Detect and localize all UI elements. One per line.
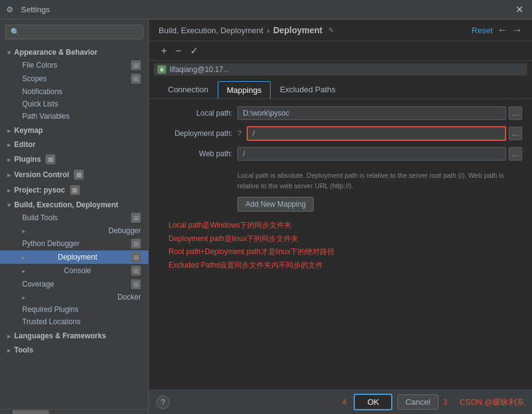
expand-arrow-languages: ▸ (7, 333, 10, 340)
notes-area: Local path是Windows下的同步文件夹 Deployment pat… (159, 212, 522, 279)
required-plugins-label: Required Plugins (22, 305, 78, 314)
sidebar-section-plugins[interactable]: ▸ Plugins ▤ (0, 151, 148, 166)
sidebar-section-vcs[interactable]: ▸ Version Control ▤ (0, 166, 148, 181)
bottom-actions: 4 OK Cancel 3 CSDN @暧昧利东 (343, 394, 525, 410)
deployment-path-input[interactable] (247, 126, 506, 141)
expand-arrow-project: ▸ (7, 187, 10, 194)
local-path-input[interactable] (237, 106, 506, 120)
server-item[interactable]: 🖥 lifaqiang@10.17... (154, 63, 527, 76)
apply-button[interactable]: ✓ (188, 44, 200, 58)
coverage-icon: ▤ (131, 279, 141, 289)
sidebar-item-deployment[interactable]: ▸ Deployment ▤ (0, 250, 148, 264)
build-tools-label: Build Tools (22, 213, 58, 222)
expand-arrow-debugger: ▸ (22, 228, 25, 234)
docker-label: Docker (117, 293, 141, 301)
add-mapping-button[interactable]: Add New Mapping (237, 197, 314, 212)
tab-excluded-paths[interactable]: Excluded Paths (271, 81, 344, 98)
back-button[interactable]: ← (498, 25, 507, 36)
remove-button[interactable]: − (173, 44, 183, 58)
add-button[interactable]: + (159, 44, 169, 58)
sidebar-item-quick-lists[interactable]: Quick Lists (0, 98, 148, 110)
sidebar-item-python-debugger[interactable]: Python Debugger ▤ (0, 237, 148, 250)
sidebar-item-scopes[interactable]: Scopes ▤ (0, 72, 148, 86)
reset-button[interactable]: Reset (472, 26, 493, 35)
breadcrumb-separator: › (267, 26, 269, 35)
sidebar-item-console[interactable]: ▸ Console ▤ (0, 264, 148, 277)
expand-arrow-keymap: ▸ (7, 127, 10, 134)
web-path-browse-button[interactable]: … (509, 147, 522, 161)
sidebar-item-file-colors[interactable]: File Colors ▤ (0, 58, 148, 72)
console-icon: ▤ (131, 266, 141, 276)
deployment-icon: ▤ (131, 252, 141, 262)
sidebar-section-project[interactable]: ▸ Project: pysoc ▤ (0, 181, 148, 197)
sidebar-section-tools[interactable]: ▸ Tools (0, 342, 148, 356)
breadcrumb: Build, Execution, Deployment › Deploymen… (159, 25, 334, 35)
sidebar-item-debugger[interactable]: ▸ Debugger (0, 225, 148, 237)
sidebar-section-build[interactable]: ▾ Build, Execution, Deployment (0, 197, 148, 211)
tab-connection[interactable]: Connection (159, 81, 218, 98)
project-label: Project: pysoc (14, 186, 65, 194)
num-badge-4: 4 (343, 398, 347, 407)
title-bar: ⚙ Settings ✕ (0, 0, 532, 20)
sidebar-section-keymap[interactable]: ▸ Keymap (0, 122, 148, 137)
forward-button[interactable]: → (512, 25, 522, 36)
sidebar-item-build-tools[interactable]: Build Tools ▤ (0, 211, 148, 225)
breadcrumb-bar: Build, Execution, Deployment › Deploymen… (149, 20, 532, 41)
languages-label: Languages & Frameworks (14, 332, 106, 340)
vcs-icon: ▤ (74, 170, 84, 180)
project-icon: ▤ (70, 185, 80, 195)
num-badge-3: 3 (443, 398, 448, 407)
server-label: lifaqiang@10.17... (170, 65, 229, 74)
sidebar-section-editor[interactable]: ▸ Editor (0, 137, 148, 151)
deployment-path-wrapper: … (247, 126, 522, 141)
expand-arrow-console: ▸ (22, 268, 25, 274)
scopes-label: Scopes (22, 74, 47, 83)
deployment-path-row: Deployment path: ? … (159, 126, 522, 141)
note-3: Root path+Deployment path才是linux下的绝对路径 (169, 245, 512, 259)
cancel-button[interactable]: Cancel (397, 394, 438, 410)
sidebar-item-notifications[interactable]: Notifications (0, 86, 148, 98)
expand-arrow-appearance: ▾ (7, 49, 10, 56)
edit-icon: ✎ (328, 26, 334, 34)
sidebar-section-appearance[interactable]: ▾ Appearance & Behavior (0, 44, 148, 58)
deployment-path-browse-button[interactable]: … (509, 127, 522, 140)
note-2: Deployment path是linux下的同步文件夹 (169, 233, 512, 246)
appearance-section-label: Appearance & Behavior (14, 48, 97, 57)
build-tools-icon: ▤ (131, 213, 141, 223)
file-colors-label: File Colors (22, 61, 57, 70)
tab-mappings[interactable]: Mappings (218, 81, 271, 98)
sidebar-item-path-variables[interactable]: Path Variables (0, 110, 148, 122)
web-path-row: Web path: … (159, 147, 522, 161)
server-icon: 🖥 (157, 65, 166, 74)
quick-lists-label: Quick Lists (22, 100, 58, 108)
sidebar-item-trusted-locations[interactable]: Trusted Locations (0, 316, 148, 328)
help-button[interactable]: ? (156, 396, 170, 409)
content-area: Build, Execution, Deployment › Deploymen… (149, 20, 532, 414)
ok-button[interactable]: OK (354, 394, 392, 410)
sidebar-item-required-plugins[interactable]: Required Plugins (0, 303, 148, 316)
plugins-label: Plugins (14, 155, 41, 164)
sidebar-item-docker[interactable]: ▸ Docker (0, 291, 148, 303)
note-4: Excluded Paths设置同步文件夹内不同步的文件 (169, 259, 512, 273)
web-path-input[interactable] (237, 147, 506, 161)
python-debugger-icon: ▤ (131, 239, 141, 249)
expand-arrow-build: ▾ (7, 202, 10, 209)
file-colors-icon: ▤ (131, 60, 141, 70)
trusted-locations-label: Trusted Locations (22, 317, 81, 326)
search-input[interactable] (5, 25, 143, 39)
keymap-label: Keymap (14, 126, 43, 135)
local-path-label: Local path: (159, 109, 232, 117)
console-label: Console (64, 266, 91, 275)
local-path-browse-button[interactable]: … (509, 106, 522, 120)
close-button[interactable]: ✕ (513, 4, 526, 15)
server-list: 🖥 lifaqiang@10.17... (149, 61, 532, 78)
sidebar-item-coverage[interactable]: Coverage ▤ (0, 277, 148, 291)
python-debugger-label: Python Debugger (22, 239, 79, 248)
sidebar-section-languages[interactable]: ▸ Languages & Frameworks (0, 328, 148, 342)
csdn-watermark: CSDN @暧昧利东 (459, 397, 525, 408)
app-icon: ⚙ (6, 5, 16, 15)
hint-icon: ? (237, 129, 242, 138)
expand-arrow-docker: ▸ (22, 294, 25, 301)
bottom-bar: ? 4 OK Cancel 3 CSDN @暧昧利东 (149, 389, 532, 414)
web-path-wrapper: … (237, 147, 522, 161)
